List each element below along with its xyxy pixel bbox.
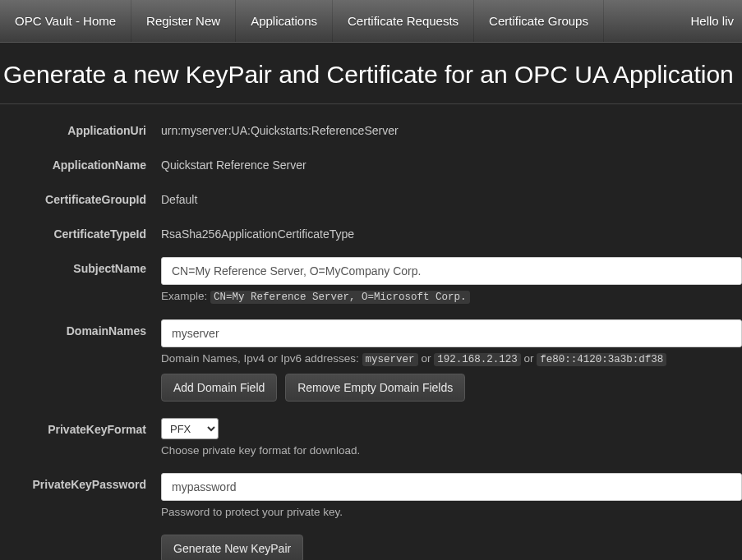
- row-submit: Generate New KeyPair: [0, 535, 742, 560]
- label-domain-names: DomainNames: [0, 319, 161, 337]
- label-private-key-password: PrivateKeyPassword: [0, 473, 161, 491]
- row-certificate-group-id: CertificateGroupId Default: [0, 188, 742, 206]
- input-private-key-password[interactable]: [161, 473, 742, 501]
- nav-spacer: [604, 0, 676, 42]
- hint-subject-name: Example: CN=My Reference Server, O=Micro…: [161, 290, 742, 303]
- hint-domain-or1: or: [421, 352, 434, 365]
- label-private-key-format: PrivateKeyFormat: [0, 418, 161, 436]
- row-subject-name: SubjectName Example: CN=My Reference Ser…: [0, 257, 742, 303]
- value-certificate-type-id: RsaSha256ApplicationCertificateType: [161, 223, 742, 241]
- label-certificate-group-id: CertificateGroupId: [0, 188, 161, 206]
- row-certificate-type-id: CertificateTypeId RsaSha256ApplicationCe…: [0, 223, 742, 241]
- hint-domain-prefix: Domain Names, Ipv4 or Ipv6 addresses:: [161, 352, 362, 365]
- hint-domain-code2: 192.168.2.123: [434, 353, 521, 366]
- remove-empty-domain-fields-button[interactable]: Remove Empty Domain Fields: [285, 374, 465, 402]
- hint-private-key-format: Choose private key format for download.: [161, 444, 742, 457]
- hint-domain-code1: myserver: [362, 353, 418, 366]
- nav-brand[interactable]: OPC Vault - Home: [0, 0, 131, 42]
- input-subject-name[interactable]: [161, 257, 742, 285]
- keypair-form: ApplicationUri urn:myserver:UA:Quickstar…: [0, 119, 742, 560]
- hint-domain-or2: or: [523, 352, 537, 365]
- add-domain-field-button[interactable]: Add Domain Field: [161, 374, 277, 402]
- hint-private-key-password: Password to protect your private key.: [161, 506, 742, 518]
- label-application-name: ApplicationName: [0, 154, 161, 172]
- nav-register-new[interactable]: Register New: [131, 0, 236, 42]
- row-private-key-password: PrivateKeyPassword Password to protect y…: [0, 473, 742, 518]
- hint-domain-code3: fe80::4120:3a3b:df38: [537, 353, 666, 366]
- label-application-uri: ApplicationUri: [0, 119, 161, 137]
- row-private-key-format: PrivateKeyFormat PFX Choose private key …: [0, 418, 742, 457]
- hint-subject-example-prefix: Example:: [161, 290, 210, 302]
- label-submit-spacer: [0, 535, 161, 539]
- value-certificate-group-id: Default: [161, 188, 742, 206]
- nav-certificate-groups[interactable]: Certificate Groups: [474, 0, 604, 42]
- nav-applications[interactable]: Applications: [236, 0, 333, 42]
- hint-subject-example-code: CN=My Reference Server, O=Microsoft Corp…: [210, 291, 470, 304]
- hint-domain-names: Domain Names, Ipv4 or Ipv6 addresses: my…: [161, 352, 742, 365]
- page-title: Generate a new KeyPair and Certificate f…: [0, 43, 742, 104]
- select-private-key-format[interactable]: PFX: [161, 418, 219, 439]
- value-application-uri: urn:myserver:UA:Quickstarts:ReferenceSer…: [161, 119, 742, 137]
- row-application-uri: ApplicationUri urn:myserver:UA:Quickstar…: [0, 119, 742, 137]
- nav-certificate-requests[interactable]: Certificate Requests: [333, 0, 474, 42]
- nav-user-greeting[interactable]: Hello liv: [675, 0, 742, 42]
- input-domain-names[interactable]: [161, 319, 742, 347]
- row-application-name: ApplicationName Quickstart Reference Ser…: [0, 154, 742, 172]
- label-certificate-type-id: CertificateTypeId: [0, 223, 161, 241]
- generate-new-keypair-button[interactable]: Generate New KeyPair: [161, 535, 303, 560]
- row-domain-names: DomainNames Domain Names, Ipv4 or Ipv6 a…: [0, 319, 742, 402]
- label-subject-name: SubjectName: [0, 257, 161, 275]
- value-application-name: Quickstart Reference Server: [161, 154, 742, 172]
- navbar: OPC Vault - Home Register New Applicatio…: [0, 0, 742, 43]
